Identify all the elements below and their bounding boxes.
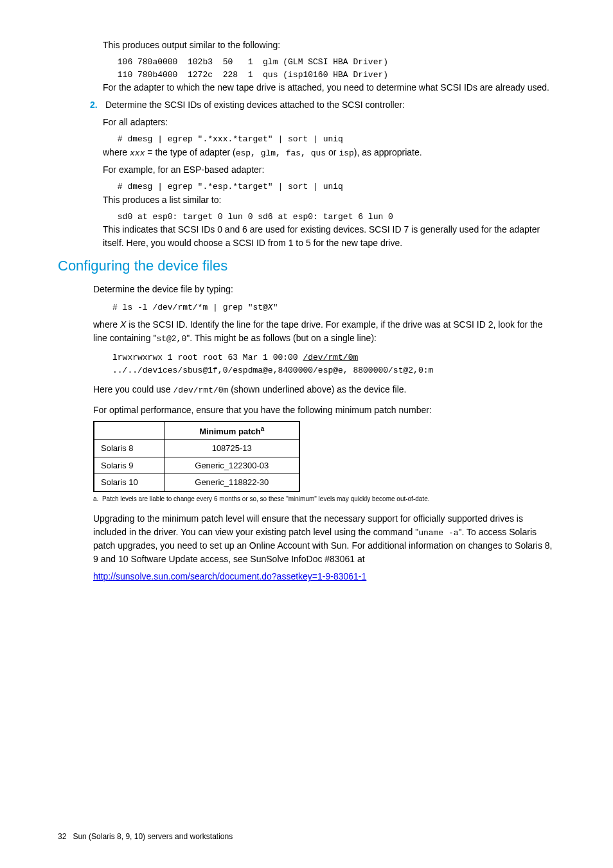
table-row: Solaris 10	[94, 474, 164, 492]
step-2: 2. Determine the SCSI IDs of existing de…	[103, 98, 555, 112]
here-you-could: Here you could use /dev/rmt/0m (shown un…	[93, 383, 555, 397]
table-header-patch: Minimum patcha	[164, 421, 299, 440]
produces-list: This produces a list similar to:	[103, 193, 555, 207]
table-row: Generic_122300-03	[164, 457, 299, 474]
code-devices-path: ../../devices/sbus@1f,0/espdma@e,8400000…	[112, 364, 555, 377]
where-xxx: where xxx = the type of adapter (esp, gl…	[103, 146, 555, 160]
table-row: Solaris 9	[94, 457, 164, 474]
step-2-text: Determine the SCSI IDs of existing devic…	[105, 100, 405, 110]
table-row: Solaris 8	[94, 440, 164, 457]
code-dmesg-xxx: # dmesg | egrep ".*xxx.*target" | sort |…	[112, 133, 555, 146]
table-header-blank	[94, 421, 164, 440]
for-example-esp: For example, for an ESP-based adapter:	[103, 163, 555, 177]
sunsolve-link[interactable]: http://sunsolve.sun.com/search/document.…	[93, 571, 366, 581]
heading-configuring: Configuring the device files	[58, 255, 555, 276]
para-adapter-note: For the adapter to which the new tape dr…	[103, 81, 555, 94]
code-ls-rmt: # ls -l /dev/rmt/*m | grep "st@X"	[112, 303, 278, 312]
table-row: Generic_118822-30	[164, 474, 299, 492]
table-footnote: a. Patch levels are liable to change eve…	[93, 495, 555, 503]
optimal-performance: For optimal performance, ensure that you…	[93, 403, 555, 417]
patch-table: Minimum patcha Solaris 8 108725-13 Solar…	[93, 421, 300, 492]
table-row: 108725-13	[164, 440, 299, 457]
output-intro: This produces output similar to the foll…	[103, 39, 555, 52]
step-2-number: 2.	[90, 98, 103, 112]
code-sd0: sd0 at esp0: target 0 lun 0 sd6 at esp0:…	[112, 211, 555, 224]
where-x-scsi: where X is the SCSI ID. Identify the lin…	[93, 318, 555, 346]
code-output-hba: 106 780a0000 102b3 50 1 glm (GLM SCSI HB…	[112, 56, 555, 81]
code-lrwx: lrwxrwxrwx 1 root root 63 Mar 1 00:00 /d…	[112, 351, 555, 364]
for-all-adapters: For all adapters:	[103, 116, 555, 129]
upgrade-paragraph: Upgrading to the minimum patch level wil…	[93, 512, 555, 567]
indicates-scsi: This indicates that SCSI IDs 0 and 6 are…	[103, 223, 555, 250]
determine-device: Determine the device file by typing:	[93, 283, 555, 296]
code-dmesg-esp: # dmesg | egrep ".*esp.*target" | sort |…	[112, 181, 555, 193]
